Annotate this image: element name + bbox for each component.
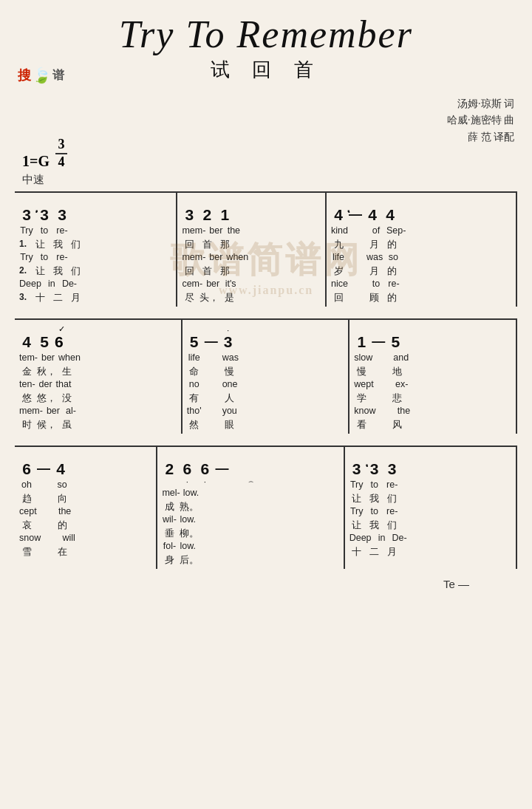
- lyric-word: 悠，: [37, 392, 56, 405]
- note: 3: [182, 206, 197, 224]
- lyric-word: it's: [223, 279, 238, 289]
- attribution-line2: 哈威·施密特 曲: [447, 112, 514, 129]
- check-mark-icon: ✓: [58, 324, 65, 334]
- lyric-word: re-: [55, 225, 69, 236]
- lyric-word: 月: [366, 239, 381, 251]
- lyric-row: cept the: [19, 506, 151, 519]
- time-signature: 3 4: [55, 137, 67, 170]
- lyric-word: 雪: [19, 546, 34, 559]
- note-dash: —: [372, 334, 385, 349]
- note: 2: [162, 460, 177, 478]
- lyric-word: re-: [55, 252, 69, 262]
- lyric-word: 后。: [180, 554, 199, 567]
- lyric-word: in: [375, 533, 389, 543]
- lyric-row: kind of Sep-: [331, 225, 511, 239]
- lyrics-section: kind of Sep- 九 月 的 life was: [331, 225, 511, 305]
- lyric-word: the: [226, 225, 241, 236]
- lyric-row: 然 眼: [187, 419, 344, 432]
- logo-area: 搜 🍃 谱: [18, 66, 64, 84]
- measure-2-3: 1 — 5 slow and 慢 地 we: [349, 320, 517, 434]
- lyric-word: low.: [183, 488, 200, 498]
- lyrics-section: mel- low. 成 熟。 wil- low. 垂 柳。: [162, 488, 338, 567]
- lyric-word: Try: [19, 252, 34, 262]
- lyric-row: tho' you: [187, 406, 344, 419]
- lyric-row: no one: [187, 379, 344, 392]
- lyric-word: tem-: [19, 352, 38, 363]
- lyric-word: 熟。: [180, 501, 199, 513]
- lyric-word: 没: [59, 392, 74, 405]
- lyric-row: wil- low.: [162, 514, 338, 528]
- lyric-word: tho': [187, 406, 202, 416]
- note: · 3: [221, 333, 236, 351]
- lyric-word: 让: [349, 519, 364, 532]
- lyric-word: ber: [205, 279, 220, 289]
- lyric-row-en3: Deep in De-: [19, 279, 171, 292]
- lyric-row-en2: Try to re-: [19, 252, 171, 265]
- lyric-word: 们: [385, 493, 400, 505]
- lyric-word: in: [44, 279, 59, 289]
- full-score: 3· 3 3 Try to re- 1. 让 我 们: [15, 191, 517, 590]
- notes-display: 3 2 1: [182, 196, 321, 224]
- attribution: 汤姆·琼斯 词 哈威·施密特 曲 薛 范 译配: [447, 96, 514, 146]
- lyric-word: 二: [367, 546, 382, 559]
- lyric-word: kind: [331, 225, 348, 236]
- lyric-row: ten- der that: [19, 379, 177, 392]
- lyric-row: 回 首 那: [182, 265, 321, 279]
- dot-above-icon: ·: [228, 327, 229, 334]
- lyric-word: Sep-: [386, 225, 406, 236]
- score-line-2: 4 5 ✓ 6 tem- ber when 金 秋，: [15, 318, 517, 434]
- time-numerator: 3: [58, 137, 64, 152]
- bottom-partial-text: Te —: [15, 578, 517, 590]
- lyric-row: mel- low.: [162, 488, 338, 501]
- lyric-word: 二: [50, 292, 65, 304]
- lyrics-section: oh so 趋 向 cept the 哀: [19, 479, 151, 559]
- lyric-row: wept ex-: [354, 379, 511, 392]
- note-value: 6: [55, 333, 64, 351]
- lyric-word: 时: [19, 419, 34, 431]
- lyric-word: 悠: [19, 392, 34, 405]
- lyric-row: life was so: [331, 252, 511, 265]
- lyric-word: one: [222, 379, 238, 389]
- lyric-row: 趋 向: [19, 493, 151, 506]
- lyric-word: 那: [217, 239, 232, 251]
- lyric-row: 九 月 的: [331, 239, 511, 252]
- measure-3-3: 3· 3 3 Try to re- 让 我 们: [345, 447, 517, 569]
- note: 4·: [331, 206, 346, 224]
- lyrics-section: Try to re- 1. 让 我 们 Try to re-: [19, 225, 171, 305]
- lyric-word: 柳。: [180, 528, 199, 540]
- lyric-row: fol- low.: [162, 541, 338, 554]
- lyric-word: ber: [41, 352, 55, 363]
- lyric-row: Try to re-: [349, 479, 511, 493]
- lyric-word: 让: [349, 493, 364, 505]
- lyric-word: Try: [349, 506, 364, 516]
- lyric-word: 看: [354, 419, 369, 431]
- lyric-row: 身 后。: [162, 554, 338, 567]
- lyric-word: 尽: [182, 292, 197, 304]
- lyric-word: 金: [19, 366, 34, 378]
- lyric-word: 的: [384, 265, 399, 278]
- lyric-word: 向: [55, 493, 69, 505]
- title-section: Try To Remember 试 回 首: [15, 7, 517, 86]
- measure-2-1: 4 5 ✓ 6 tem- ber when 金 秋，: [15, 320, 183, 434]
- lyric-word: ber: [208, 225, 223, 236]
- lyric-row: mem- ber the: [182, 225, 321, 239]
- lyric-word: wept: [354, 379, 373, 389]
- note: 2: [200, 206, 214, 224]
- lyric-row: Deep in De-: [349, 533, 511, 546]
- notes-display: 3· 3 3: [349, 450, 511, 478]
- lyric-word: 候，: [37, 419, 56, 431]
- lyric-row: 时 候， 虽: [19, 419, 177, 432]
- notes-display: 4· — 4 4: [331, 196, 511, 224]
- note: 5: [388, 333, 403, 351]
- lyric-word: of: [369, 225, 383, 236]
- lyric-row: 岁 月 的: [331, 265, 511, 279]
- lyric-word: 首: [200, 239, 214, 251]
- lyric-word: 有: [187, 392, 202, 405]
- lyric-word: and: [393, 352, 409, 363]
- lyric-row-2: 2. 让 我 们: [19, 265, 171, 279]
- lyric-word: 的: [384, 292, 399, 304]
- lyric-row: 十 二 月: [349, 546, 511, 559]
- lyric-word: 命: [187, 366, 202, 378]
- note: 4: [19, 333, 34, 351]
- note: 1: [354, 333, 369, 351]
